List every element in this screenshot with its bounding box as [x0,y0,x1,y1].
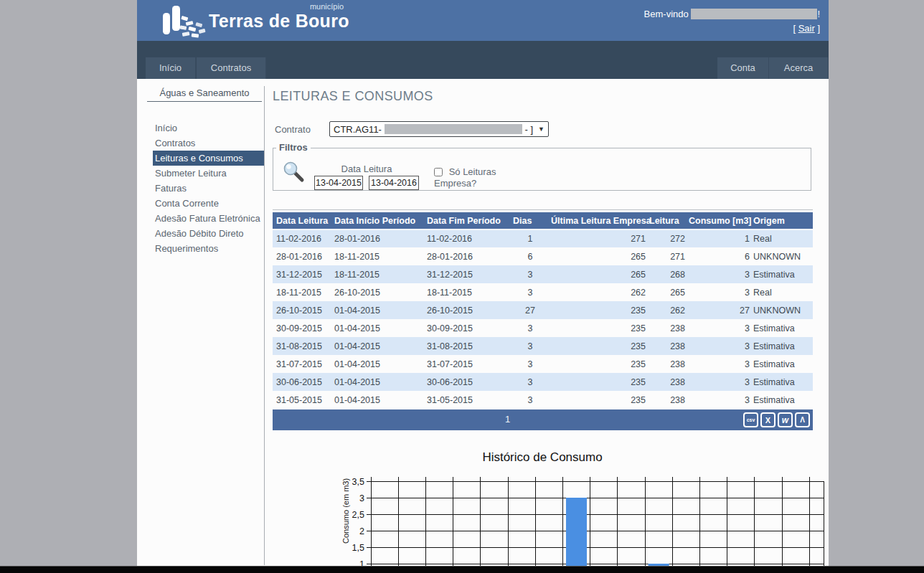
cell-data-leitura: 30-06-2015 [273,373,331,391]
sidebar-item-adesao-debito-direto[interactable]: Adesão Débito Direto [153,226,265,241]
cell-consumo-m3: 27 [685,301,750,319]
cell-consumo-m3: 3 [685,337,750,355]
cell-data-fim-periodo: 28-01-2016 [423,247,509,265]
table-row: 31-12-201518-11-201531-12-201532652683Es… [273,265,813,283]
cell-origem: Estimativa [750,373,813,391]
table-row: 31-08-201501-04-201531-08-201532352383Es… [273,337,813,355]
filters-fieldset: Filtros Data Leitura Só Leituras Empresa… [273,148,811,191]
cell-leitura: 272 [646,229,685,247]
table-row: 28-01-201618-11-201528-01-201662652716UN… [273,247,813,265]
filters-legend: Filtros [276,142,311,153]
export-csv-icon[interactable]: csv [743,412,758,427]
cell-data-leitura: 31-08-2015 [273,337,331,355]
cell-ultima-leitura-empresa: 265 [547,265,646,283]
column-header-ultima-leitura-empresa: Última Leitura Empresa [547,212,646,229]
sidebar-menu: InícioContratosLeituras e ConsumosSubmet… [153,120,265,256]
cell-dias: 3 [509,373,547,391]
date-from-input[interactable] [314,176,363,190]
company-only-label: Só Leituras Empresa? [434,166,496,189]
cell-consumo-m3: 3 [685,265,750,283]
cell-dias: 3 [509,337,547,355]
screenshot-stage: município Terras de Bouro Bem-vindo ! [ … [0,0,924,573]
cell-consumo-m3: 3 [685,283,750,301]
cell-dias: 3 [509,319,547,337]
cell-data-inicio-periodo: 01-04-2015 [331,391,423,409]
page-title: LEITURAS E CONSUMOS [273,89,433,104]
cell-leitura: 238 [646,319,685,337]
sidebar-item-contratos[interactable]: Contratos [153,136,265,151]
cell-origem: Real [750,229,813,247]
table-row: 31-07-201501-04-201531-07-201532352383Es… [273,355,813,373]
nav-tab-acerca[interactable]: Acerca [769,57,829,79]
cell-leitura: 262 [646,301,685,319]
cell-data-inicio-periodo: 01-04-2015 [331,337,423,355]
search-icon[interactable] [283,161,306,184]
export-pdf-icon[interactable]: Λ [795,412,810,427]
header-band: município Terras de Bouro Bem-vindo ! [ … [137,0,829,41]
sidebar-item-leituras-e-consumos[interactable]: Leituras e Consumos [153,151,265,166]
cell-ultima-leitura-empresa: 235 [547,301,646,319]
sidebar-item-faturas[interactable]: Faturas [153,181,265,196]
cell-ultima-leitura-empresa: 235 [547,355,646,373]
sidebar-item-inicio[interactable]: Início [153,120,265,136]
cell-leitura: 268 [646,265,685,283]
cell-data-leitura: 31-05-2015 [273,391,331,409]
contract-select[interactable]: CTR.AG11- - ] ▼ [329,121,549,137]
cell-dias: 27 [509,301,547,319]
table-row: 30-06-201501-04-201530-06-201532352383Es… [273,373,813,391]
table-top-separator [273,209,813,210]
cell-dias: 3 [509,391,547,409]
sidebar-item-requerimentos[interactable]: Requerimentos [153,241,265,256]
cell-data-fim-periodo: 18-11-2015 [423,283,509,301]
cell-data-inicio-periodo: 01-04-2015 [331,301,423,319]
cell-data-fim-periodo: 31-12-2015 [423,265,509,283]
sidebar-divider [264,86,265,565]
date-to-input[interactable] [369,176,419,190]
column-header-consumo-m3: Consumo [m3] [685,212,750,229]
logout-bracket-close: ] [815,23,820,34]
cell-consumo-m3: 1 [685,229,750,247]
sidebar-item-adesao-fatura-eletronica[interactable]: Adesão Fatura Eletrónica [153,211,265,226]
column-header-data-inicio-periodo: Data Início Período [331,212,423,229]
cell-data-leitura: 18-11-2015 [273,283,331,301]
cell-dias: 3 [509,283,547,301]
nav-tab-contratos[interactable]: Contratos [197,57,266,79]
cell-origem: Estimativa [750,391,813,409]
cell-data-inicio-periodo: 01-04-2015 [331,319,423,337]
cell-origem: UNKNOWN [750,301,813,319]
export-buttons: csvXwΛ [743,412,810,427]
contract-label: Contrato [275,124,311,135]
logout-row: [ Sair ] [644,22,820,36]
company-only-checkbox[interactable] [434,168,443,176]
export-word-icon[interactable]: w [778,412,793,427]
cell-ultima-leitura-empresa: 265 [547,247,646,265]
cell-dias: 3 [509,265,547,283]
cell-data-leitura: 11-02-2016 [273,229,331,247]
export-excel-icon[interactable]: X [760,412,776,427]
cell-dias: 3 [509,355,547,373]
brand-title: Terras de Bouro [209,11,349,32]
sidebar-item-conta-corrente[interactable]: Conta Corrente [153,196,265,211]
table-footer-bar: 1 csvXwΛ [273,409,813,430]
nav-tab-conta[interactable]: Conta [717,57,769,79]
cell-data-leitura: 26-10-2015 [273,301,331,319]
logout-link[interactable]: Sair [798,23,815,34]
cell-consumo-m3: 3 [685,319,750,337]
table-row: 11-02-201628-01-201611-02-201612712721Re… [273,229,813,247]
pagination-page-1[interactable]: 1 [505,414,510,425]
cell-ultima-leitura-empresa: 235 [547,391,646,409]
y-tick-label: 3,5 [352,477,364,487]
cell-origem: Estimativa [750,337,813,355]
nav-tab-inicio[interactable]: Início [146,57,196,79]
consumption-bar [566,498,587,573]
y-axis-label: Consumo (em m3) [341,478,350,544]
sidebar-item-submeter-leitura[interactable]: Submeter Leitura [153,166,265,181]
contract-value-prefix: CTR.AG11- [334,124,382,135]
cell-data-fim-periodo: 30-09-2015 [423,319,509,337]
column-header-data-fim-periodo: Data Fim Período [423,212,509,229]
brand-subtitle: município [209,2,352,11]
column-header-dias: Dias [509,212,547,229]
cell-leitura: 238 [646,355,685,373]
cell-ultima-leitura-empresa: 235 [547,373,646,391]
cell-origem: Real [750,283,813,301]
